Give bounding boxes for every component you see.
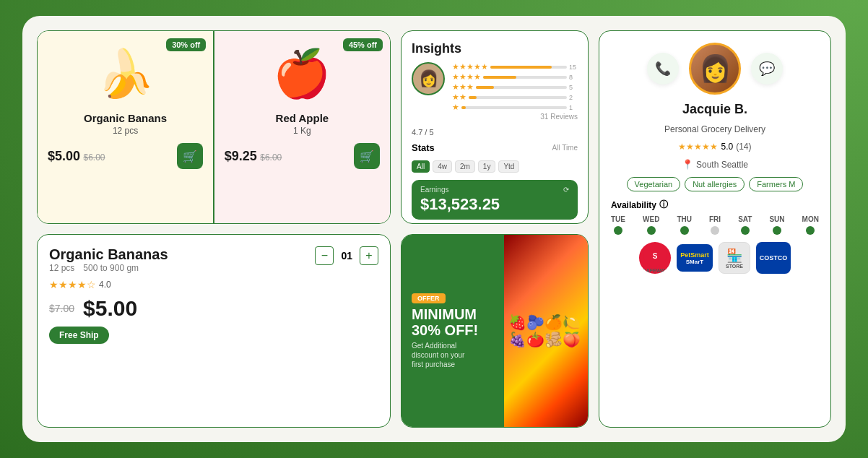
quantity-value: 01 [341, 250, 352, 262]
tab-ytd[interactable]: Ytd [498, 160, 519, 173]
tab-2m[interactable]: 2m [455, 160, 475, 173]
tag-vegetarian: Vegetarian [627, 177, 681, 191]
stats-header: Stats All Time [412, 142, 578, 153]
apple-price-row: $9.25 $6.00 🛒 [225, 143, 380, 169]
quantity-control: − 01 + [315, 246, 378, 265]
profile-service: Personal Grocery Delivery [664, 124, 765, 134]
tag-nut-allergies: Nut allergies [685, 177, 745, 191]
apple-current-price: $9.25 [225, 149, 257, 163]
star-bar-5 [490, 66, 567, 69]
call-button[interactable]: 📞 [647, 53, 679, 85]
star-rating-block: ★★★★★ 15 ★★★★ 8 ★★★ 5 ★★ 2 [452, 62, 578, 121]
star-row-4: ★★★★ 8 [452, 72, 578, 82]
apple-discount-badge: 45% off [343, 38, 383, 51]
star-row-3: ★★★ 5 [452, 82, 578, 92]
profile-rating: 5.0 [721, 142, 733, 152]
safeway-logo: S SAFEWAY [639, 242, 671, 274]
avail-day-fri: FRI [709, 215, 721, 235]
star-row-2: ★★ 2 [452, 92, 578, 102]
smart-label: SMarT [686, 259, 703, 265]
offer-text-panel: OFFER MINIMUM30% OFF! Get Additionaldisc… [402, 235, 504, 427]
insights-card: Insights 👩 ★★★★★ 15 ★★★★ 8 ★★★ 5 [401, 30, 589, 224]
profile-actions-row: 📞 👩 💬 [611, 43, 819, 95]
avail-dot-fri [711, 226, 719, 235]
rating-value: 4.7 [412, 128, 422, 137]
profile-name: Jacquie B. [682, 102, 747, 117]
banana-detail-weight: 500 to 900 gm [83, 263, 139, 273]
offer-sub: Get Additionaldiscount on yourfirst purc… [412, 341, 494, 369]
rating-denom: / 5 [425, 128, 433, 137]
info-icon: ⓘ [659, 199, 668, 211]
star-bar-1 [461, 106, 567, 109]
banana-price-row: $5.00 $6.00 🛒 [48, 143, 203, 169]
star-bar-2 [469, 96, 567, 99]
avail-day-thu: THU [677, 215, 692, 235]
insights-avatar: 👩 [412, 62, 445, 95]
star-bar-3 [476, 86, 567, 89]
avail-day-wed: WED [643, 215, 659, 235]
avail-dot-thu [680, 226, 689, 235]
earnings-label: Earnings [420, 186, 448, 194]
tab-all[interactable]: All [412, 160, 430, 173]
star-row-5: ★★★★★ 15 [452, 62, 578, 72]
svg-text:S: S [653, 252, 658, 260]
costco-logo: COSTCO [756, 242, 791, 274]
star-bar-4 [483, 76, 567, 79]
avail-day-tue: TUE [611, 215, 625, 235]
quantity-increase-button[interactable]: + [360, 246, 378, 265]
banana-discount-badge: 30% off [166, 38, 206, 51]
avail-dot-sat [741, 226, 750, 235]
banana-detail-qty: 12 pcs [49, 263, 74, 273]
availability-header: Availability ⓘ [611, 199, 819, 211]
apple-old-price: $6.00 [260, 152, 282, 163]
all-time-label: All Time [552, 144, 578, 152]
banana-stars-row: ★★★★☆ 4.0 [49, 279, 378, 290]
star-row-1: ★ 1 [452, 103, 578, 112]
location-pin-icon: 📍 [682, 159, 693, 170]
banana-old-price: $6.00 [84, 152, 105, 163]
banana-top-row: Organic Bananas 12 pcs 500 to 900 gm − 0… [49, 246, 378, 273]
profile-location: 📍 South Seattle [682, 159, 748, 170]
profile-reviews: (14) [736, 142, 751, 152]
apple-add-to-cart-button[interactable]: 🛒 [354, 143, 380, 169]
banana-add-to-cart-button[interactable]: 🛒 [177, 143, 203, 169]
offer-headline: MINIMUM30% OFF! [412, 306, 494, 338]
banana-rating-num: 4.0 [99, 280, 111, 290]
avail-day-mon: MON [802, 215, 819, 235]
reviews-count: 31 Reviews [452, 113, 578, 121]
apple-qty: 1 Kg [293, 126, 311, 136]
avail-dot-mon [806, 226, 815, 235]
generic-store-logo: 🏪 STORE [719, 242, 750, 274]
banana-meta: 12 pcs 500 to 900 gm [49, 263, 168, 273]
apple-product-panel: 45% off 🍎 Red Apple 1 Kg $9.25 $6.00 🛒 [214, 31, 390, 223]
avail-dot-wed [647, 226, 656, 235]
message-button[interactable]: 💬 [751, 53, 783, 85]
location-text: South Seattle [696, 160, 748, 170]
availability-section: Availability ⓘ TUE WED THU FRI [611, 199, 819, 235]
offer-card: OFFER MINIMUM30% OFF! Get Additionaldisc… [401, 234, 589, 428]
tags-row: Vegetarian Nut allergies Farmers M [611, 177, 819, 191]
tab-4w[interactable]: 4w [433, 160, 452, 173]
avail-day-sat: SAT [738, 215, 752, 235]
avail-dot-sun [773, 226, 781, 235]
store-icon: 🏪 [726, 248, 742, 264]
store-logos: S SAFEWAY PetSmart SMarT 🏪 STORE COSTCO [611, 242, 819, 274]
banana-star-icons: ★★★★☆ [49, 279, 96, 290]
offer-badge: OFFER [412, 293, 446, 303]
profile-photo: 👩 [689, 43, 741, 95]
insights-title: Insights [412, 41, 578, 56]
apple-prices: $9.25 $6.00 [225, 149, 282, 164]
sync-icon: ⟳ [563, 186, 569, 194]
avail-dot-tue [614, 226, 622, 235]
quantity-decrease-button[interactable]: − [315, 246, 334, 265]
banana-detail-name: Organic Bananas [49, 246, 168, 263]
rating-summary: 4.7 / 5 [412, 128, 578, 137]
banana-title-block: Organic Bananas 12 pcs 500 to 900 gm [49, 246, 168, 273]
tab-1y[interactable]: 1y [478, 160, 496, 173]
apple-name: Red Apple [276, 112, 329, 124]
banana-name: Organic Banans [84, 112, 167, 124]
banana-price-new: $5.00 [83, 296, 137, 321]
avail-day-sun: SUN [769, 215, 784, 235]
banana-detail-card: Organic Bananas 12 pcs 500 to 900 gm − 0… [37, 234, 391, 428]
profile-stars: ★★★★★ [678, 142, 718, 152]
